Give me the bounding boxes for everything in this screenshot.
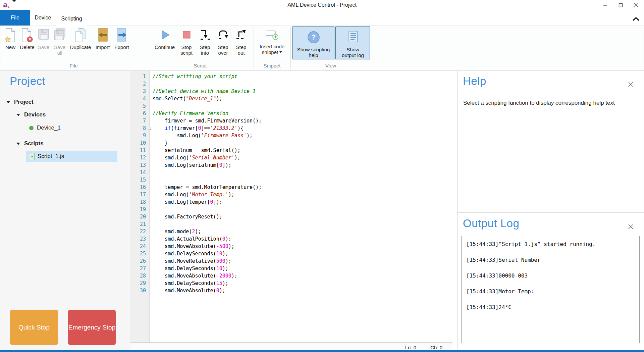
output-log-entries: [15:44:33]"Script_1.js" started running.… bbox=[462, 241, 639, 311]
code-line[interactable]: 20 smd.FactoryReset(); bbox=[130, 213, 452, 220]
collapse-ribbon-button[interactable] bbox=[632, 17, 640, 23]
close-icon bbox=[628, 224, 634, 230]
output-log-box[interactable]: [15:44:33]"Script_1.js" started running.… bbox=[461, 236, 640, 343]
line-number: 29 bbox=[130, 280, 150, 287]
line-number: 2 bbox=[130, 80, 150, 88]
code-text bbox=[150, 169, 153, 176]
code-line[interactable]: 4smd.Select("Device_1"); bbox=[130, 95, 452, 102]
output-log-title: Output Log bbox=[463, 217, 519, 230]
code-line[interactable]: 21 bbox=[130, 220, 452, 228]
code-text: smd.MoveAbsolute(-2000); bbox=[150, 272, 237, 280]
code-line[interactable]: 23 smd.ActualPosition(0); bbox=[130, 235, 452, 243]
code-line[interactable]: 29 smd.DelaySeconds(15); bbox=[130, 280, 452, 287]
code-line[interactable]: 6//Verify Firmware Version bbox=[130, 110, 452, 117]
export-button[interactable]: Export bbox=[112, 27, 131, 50]
duplicate-button[interactable]: Duplicate bbox=[68, 27, 93, 50]
save-button[interactable]: Save bbox=[36, 27, 51, 50]
code-text: smd.Log('Serial Number'); bbox=[150, 154, 240, 161]
code-text bbox=[150, 206, 153, 213]
code-line[interactable]: 2 bbox=[130, 80, 452, 88]
save-all-button[interactable]: Save all bbox=[51, 27, 68, 56]
quick-stop-button[interactable]: Quick Stop bbox=[10, 310, 58, 345]
step-over-button[interactable]: Step over bbox=[214, 27, 232, 56]
code-line[interactable]: 5 bbox=[130, 102, 452, 110]
minimize-icon bbox=[603, 3, 607, 7]
tree-item-label: Script_1.js bbox=[38, 153, 64, 160]
step-into-button[interactable]: Step into bbox=[196, 27, 214, 56]
tab-device[interactable]: Device bbox=[30, 10, 56, 26]
delete-button[interactable]: Delete bbox=[18, 27, 36, 50]
new-button[interactable]: New bbox=[2, 27, 18, 50]
code-line[interactable]: 11 serialnum = smd.Serial(); bbox=[130, 147, 452, 154]
line-number: 15 bbox=[130, 176, 150, 184]
stop-script-button[interactable]: Stop script bbox=[177, 27, 196, 56]
code-line[interactable]: 18 smd.Log(temper[0]); bbox=[130, 198, 452, 206]
code-text: firmver = smd.FirmwareVersion(); bbox=[150, 117, 262, 124]
expand-arrow-icon[interactable] bbox=[6, 101, 10, 103]
minimize-button[interactable] bbox=[597, 0, 613, 10]
code-text: } bbox=[150, 139, 168, 147]
code-line[interactable]: 8 if(firmver[0]=='21333.2'){ bbox=[130, 124, 452, 132]
ribbon-group-script: Continue Stop script Step into bbox=[147, 26, 254, 71]
code-line[interactable]: 19 bbox=[130, 206, 452, 213]
group-label-script: Script bbox=[147, 63, 254, 68]
maximize-button[interactable] bbox=[613, 0, 628, 10]
step-out-button[interactable]: Step out bbox=[232, 27, 250, 56]
script-editor[interactable]: 1//Start writting your script23//Select … bbox=[130, 71, 452, 342]
code-line[interactable]: 16 temper = smd.MotorTemperature(); bbox=[130, 184, 452, 191]
emergency-stop-button[interactable]: Emergency Stop bbox=[68, 310, 116, 345]
tab-scripting[interactable]: Scripting bbox=[56, 11, 87, 26]
code-line[interactable]: 14 bbox=[130, 169, 452, 176]
code-line[interactable]: 17 smd.Log('Motor Temp:'); bbox=[130, 191, 452, 198]
tree-item-device-1[interactable]: Device_1 bbox=[29, 122, 61, 134]
show-output-log-toggle[interactable]: Show output log bbox=[335, 27, 370, 59]
code-line[interactable]: 3//Select device with name Device_1 bbox=[130, 88, 452, 95]
show-scripting-help-toggle[interactable]: ? Show scripting help bbox=[292, 27, 334, 59]
tab-file[interactable]: File bbox=[0, 10, 30, 26]
close-button[interactable] bbox=[628, 0, 644, 10]
code-line[interactable]: 28 smd.MoveAbsolute(-2000); bbox=[130, 272, 452, 280]
group-label-file: File bbox=[0, 63, 147, 68]
expand-arrow-icon[interactable] bbox=[16, 113, 20, 116]
expand-arrow-icon[interactable] bbox=[16, 142, 20, 145]
code-text bbox=[150, 176, 153, 184]
code-line[interactable]: 7 firmver = smd.FirmwareVersion(); bbox=[130, 117, 452, 124]
tree-item-project[interactable]: Project bbox=[6, 96, 34, 108]
help-close-button[interactable] bbox=[628, 82, 634, 89]
code-line[interactable]: 26 smd.MoveRelative(500); bbox=[130, 257, 452, 265]
tree-item-devices[interactable]: Devices bbox=[16, 109, 46, 120]
insert-snippet-label-line1: Insert code bbox=[260, 44, 284, 49]
code-line[interactable]: 30 smd.MoveAbsolute(0); bbox=[130, 287, 452, 294]
tree-item-scripts[interactable]: Scripts bbox=[16, 138, 44, 149]
line-number: 8 bbox=[130, 124, 150, 132]
code-line[interactable]: 24 smd.MoveAbsolute(-500); bbox=[130, 243, 452, 250]
log-entry: [15:44:33]Serial Number bbox=[466, 256, 639, 263]
close-icon bbox=[634, 3, 638, 7]
line-number: 13 bbox=[130, 161, 150, 169]
ribbon: New Delete Save bbox=[0, 26, 644, 71]
code-line[interactable]: 25 smd.DelaySeconds(10); bbox=[130, 250, 452, 257]
output-log-close-button[interactable] bbox=[628, 224, 634, 231]
code-line[interactable]: 10 } bbox=[130, 139, 452, 147]
code-line[interactable]: 13 smd.Log(serialnum[0]); bbox=[130, 161, 452, 169]
line-number: 10 bbox=[130, 139, 150, 147]
tree-item-label: Devices bbox=[24, 111, 46, 118]
insert-snippet-label-line2: snippet bbox=[262, 49, 278, 55]
code-text: smd.MoveAbsolute(0); bbox=[150, 287, 225, 294]
code-line[interactable]: 15 bbox=[130, 176, 452, 184]
ribbon-separator bbox=[371, 27, 371, 69]
main-area: Project ProjectDevicesDevice_1ScriptsJSS… bbox=[0, 71, 644, 350]
code-line[interactable]: 1//Start writting your script bbox=[130, 73, 452, 80]
code-line[interactable]: 12 smd.Log('Serial Number'); bbox=[130, 154, 452, 161]
insert-code-snippet-button[interactable]: Insert code snippet bbox=[255, 27, 289, 55]
import-button[interactable]: Import bbox=[93, 27, 112, 50]
tree-item-script-1-js[interactable]: JSScript_1.js bbox=[26, 151, 117, 162]
code-text: smd.MoveAbsolute(-500); bbox=[150, 243, 234, 250]
code-line[interactable]: 22 smd.mode(2); bbox=[130, 228, 452, 235]
line-number: 4 bbox=[130, 95, 150, 102]
code-line[interactable]: 27 smd.DelaySeconds(10); bbox=[130, 265, 452, 272]
continue-button[interactable]: Continue bbox=[152, 27, 177, 50]
code-line[interactable]: 9 smd.Log('Firmware Pass'); bbox=[130, 132, 452, 139]
code-text: //Start writting your script bbox=[150, 73, 237, 80]
fold-marker[interactable] bbox=[148, 127, 151, 130]
